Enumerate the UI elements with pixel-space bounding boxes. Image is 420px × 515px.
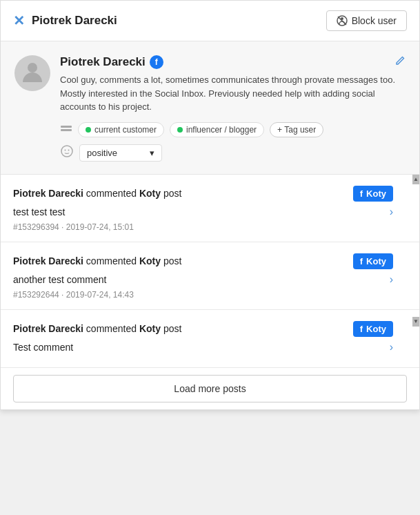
post-separator: · (61, 222, 66, 232)
facebook-page-name: Koty (366, 324, 386, 334)
post-content: Test comment (13, 342, 73, 353)
post-page: Koty (139, 323, 161, 334)
facebook-badge-icon: f (360, 256, 363, 266)
post-title: Piotrek Darecki commented Koty post (13, 255, 181, 266)
svg-point-7 (65, 149, 66, 150)
post-action: commented (86, 188, 139, 199)
profile-name: Piotrek Darecki (60, 55, 146, 69)
header-left: ✕ Piotrek Darecki (13, 12, 117, 29)
post-id: #153292644 (13, 290, 59, 300)
post-author: Piotrek Darecki (13, 255, 83, 266)
svg-rect-4 (61, 126, 72, 128)
edit-icon[interactable] (394, 55, 406, 69)
posts-section: ▲ Piotrek Darecki commented Koty post f … (1, 175, 419, 368)
post-header: Piotrek Darecki commented Koty post f Ko… (13, 253, 393, 269)
post-content: test test test (13, 206, 65, 217)
post-page: Koty (139, 188, 161, 199)
tag-dot (86, 127, 91, 133)
svg-point-8 (68, 149, 70, 150)
post-meta: #153296394 · 2019-07-24, 15:01 (13, 222, 393, 232)
facebook-badge-icon: f (360, 324, 363, 334)
post-id: #153296394 (13, 222, 59, 232)
post-body: Test comment › (13, 341, 393, 353)
post-page: Koty (139, 255, 161, 266)
post-title: Piotrek Darecki commented Koty post (13, 188, 181, 199)
post-suffix: post (163, 323, 181, 334)
facebook-page-name: Koty (366, 188, 386, 199)
sentiment-dropdown[interactable]: positive ▾ (79, 144, 162, 162)
post-suffix: post (163, 188, 181, 199)
post-timestamp: 2019-07-24, 15:01 (66, 222, 134, 232)
post-meta: #153292644 · 2019-07-24, 14:43 (13, 290, 393, 300)
svg-point-6 (61, 146, 72, 157)
post-author: Piotrek Darecki (13, 323, 83, 334)
block-user-icon (337, 15, 348, 26)
post-action: commented (86, 323, 139, 334)
tag-label: influencer / blogger (186, 125, 257, 135)
add-tag-button[interactable]: + Tag user (270, 122, 323, 137)
profile-info: Piotrek Darecki f Cool guy, comments a l… (60, 55, 406, 162)
post-title: Piotrek Darecki commented Koty post (13, 323, 181, 334)
tag-current-customer[interactable]: current customer (78, 122, 164, 137)
post-author: Piotrek Darecki (13, 188, 83, 199)
avatar-placeholder-icon (20, 59, 45, 88)
block-user-button[interactable]: Block user (326, 10, 407, 31)
post-item: Piotrek Darecki commented Koty post f Ko… (1, 175, 419, 242)
svg-rect-5 (61, 129, 72, 131)
facebook-badge-icon: f (360, 188, 363, 199)
facebook-icon: f (150, 55, 163, 69)
tags-row: current customer influencer / blogger + … (60, 122, 406, 137)
post-body: another test comment › (13, 273, 393, 286)
chevron-right-icon[interactable]: › (390, 273, 393, 286)
panel-title: Piotrek Darecki (32, 14, 117, 28)
close-icon[interactable]: ✕ (13, 12, 25, 29)
svg-point-2 (341, 17, 343, 20)
tag-influencer[interactable]: influencer / blogger (170, 122, 264, 137)
profile-bio: Cool guy, comments a lot, sometimes comm… (60, 73, 406, 114)
sentiment-value: positive (87, 148, 117, 158)
avatar (14, 55, 50, 91)
load-more-button[interactable]: Load more posts (13, 375, 407, 402)
post-timestamp: 2019-07-24, 14:43 (66, 290, 134, 300)
profile-top: Piotrek Darecki f Cool guy, comments a l… (14, 55, 406, 162)
profile-section: Piotrek Darecki f Cool guy, comments a l… (1, 41, 419, 175)
post-suffix: post (163, 255, 181, 266)
post-item: Piotrek Darecki commented Koty post f Ko… (1, 310, 419, 368)
facebook-page-badge[interactable]: f Koty (353, 186, 393, 202)
post-header: Piotrek Darecki commented Koty post f Ko… (13, 321, 393, 337)
tag-label: current customer (94, 125, 157, 135)
scroll-down-arrow[interactable]: ▼ (412, 317, 419, 327)
chevron-down-icon: ▾ (150, 148, 154, 158)
sentiment-icon (60, 144, 74, 162)
facebook-page-name: Koty (366, 256, 386, 266)
post-header: Piotrek Darecki commented Koty post f Ko… (13, 186, 393, 202)
panel-header: ✕ Piotrek Darecki Block user (1, 1, 419, 41)
profile-name-row: Piotrek Darecki f (60, 55, 406, 69)
chevron-right-icon[interactable]: › (390, 206, 393, 218)
post-item: Piotrek Darecki commented Koty post f Ko… (1, 242, 419, 310)
scroll-up-arrow[interactable]: ▲ (412, 175, 419, 184)
sentiment-row: positive ▾ (60, 144, 406, 162)
post-body: test test test › (13, 206, 393, 218)
facebook-page-badge[interactable]: f Koty (353, 321, 393, 337)
tags-icon (60, 122, 72, 137)
tag-dot (177, 127, 183, 133)
post-content: another test comment (13, 274, 106, 285)
facebook-page-badge[interactable]: f Koty (353, 253, 393, 269)
user-panel: ✕ Piotrek Darecki Block user (0, 0, 420, 410)
block-user-label: Block user (352, 15, 397, 26)
post-separator: · (61, 290, 66, 300)
svg-point-3 (28, 63, 37, 72)
post-action: commented (86, 255, 139, 266)
chevron-right-icon[interactable]: › (390, 341, 393, 353)
